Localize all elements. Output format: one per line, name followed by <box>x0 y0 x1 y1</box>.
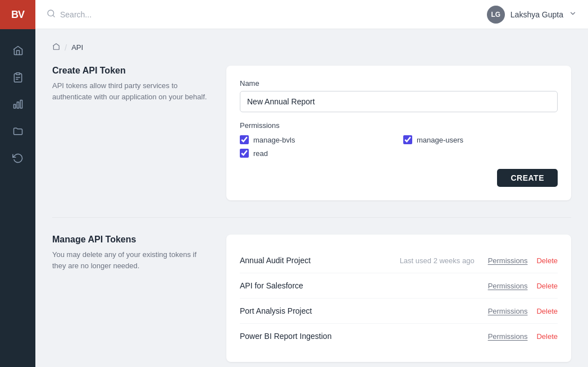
token-name-input[interactable] <box>240 91 558 112</box>
name-label: Name <box>240 79 558 88</box>
chevron-down-icon <box>569 10 577 20</box>
manage-tokens-left: Manage API Tokens You may delete any of … <box>52 235 209 271</box>
manage-tokens-section: Manage API Tokens You may delete any of … <box>52 235 571 362</box>
svg-rect-0 <box>16 73 20 75</box>
svg-rect-4 <box>17 102 19 108</box>
permissions-label: Permissions <box>240 121 558 130</box>
breadcrumb-separator: / <box>65 43 67 52</box>
token-permissions-link[interactable]: Permissions <box>488 332 528 341</box>
permission-read-label: read <box>253 149 268 158</box>
create-token-description: API tokens allow third party services to… <box>52 80 209 102</box>
permission-manage-users[interactable]: manage-users <box>403 135 558 144</box>
svg-line-7 <box>53 15 54 17</box>
search-icon <box>47 9 56 20</box>
token-name: API for Salesforce <box>240 281 475 290</box>
sidebar-item-clipboard[interactable] <box>6 65 30 90</box>
avatar: LG <box>487 6 505 24</box>
table-row: Annual Audit Project Last used 2 weeks a… <box>240 248 558 273</box>
create-token-title: Create API Token <box>52 66 209 76</box>
permission-read-checkbox[interactable] <box>240 149 249 158</box>
sidebar-nav <box>0 29 35 171</box>
token-delete-button[interactable]: Delete <box>536 332 558 341</box>
breadcrumb-home-icon[interactable] <box>52 43 60 52</box>
sidebar-item-chart[interactable] <box>6 92 30 117</box>
svg-rect-5 <box>20 100 22 108</box>
create-token-left: Create API Token API tokens allow third … <box>52 66 209 102</box>
user-menu[interactable]: LG Lakshya Gupta <box>487 6 577 24</box>
manage-tokens-table: Annual Audit Project Last used 2 weeks a… <box>226 235 571 362</box>
permission-manage-bvls[interactable]: manage-bvls <box>240 135 394 144</box>
svg-rect-3 <box>13 104 15 108</box>
tokens-list: Annual Audit Project Last used 2 weeks a… <box>240 248 558 348</box>
permissions-grid: manage-bvls manage-users read <box>240 135 558 158</box>
create-token-section: Create API Token API tokens allow third … <box>52 66 571 200</box>
token-permissions-link[interactable]: Permissions <box>488 307 528 315</box>
token-permissions-link[interactable]: Permissions <box>488 282 528 290</box>
create-row: CREATE <box>240 169 558 187</box>
search-area <box>47 9 487 20</box>
permission-manage-users-label: manage-users <box>417 136 463 144</box>
breadcrumb: / API <box>52 43 571 52</box>
user-name: Lakshya Gupta <box>510 10 563 19</box>
sidebar-item-refresh[interactable] <box>6 146 30 171</box>
breadcrumb-current: API <box>71 43 83 52</box>
token-permissions-link[interactable]: Permissions <box>488 256 528 265</box>
permission-read[interactable]: read <box>240 149 394 158</box>
sidebar-item-folder[interactable] <box>6 119 30 144</box>
create-button[interactable]: CREATE <box>497 169 558 187</box>
token-name: Power BI Report Ingestion <box>240 332 475 341</box>
table-row: Port Analysis Project Permissions Delete <box>240 299 558 324</box>
section-divider <box>52 217 571 218</box>
manage-tokens-title: Manage API Tokens <box>52 235 209 245</box>
token-delete-button[interactable]: Delete <box>536 307 558 315</box>
token-delete-button[interactable]: Delete <box>536 282 558 290</box>
main-content: / API Create API Token API tokens allow … <box>35 29 588 367</box>
token-name: Port Analysis Project <box>240 306 475 315</box>
table-row: Power BI Report Ingestion Permissions De… <box>240 324 558 348</box>
sidebar-item-home[interactable] <box>6 38 30 63</box>
topbar: LG Lakshya Gupta <box>35 0 588 29</box>
app-logo: BV <box>0 0 35 29</box>
table-row: API for Salesforce Permissions Delete <box>240 273 558 299</box>
create-token-form: Name Permissions manage-bvls manage-user… <box>226 66 571 200</box>
token-last-used: Last used 2 weeks ago <box>400 256 475 265</box>
search-input[interactable] <box>60 10 172 19</box>
manage-tokens-description: You may delete any of your existing toke… <box>52 249 209 271</box>
token-name: Annual Audit Project <box>240 256 400 265</box>
permission-manage-bvls-label: manage-bvls <box>253 136 295 144</box>
token-delete-button[interactable]: Delete <box>536 256 558 265</box>
sidebar: BV <box>0 0 35 367</box>
permission-manage-users-checkbox[interactable] <box>403 135 412 144</box>
permission-manage-bvls-checkbox[interactable] <box>240 135 249 144</box>
